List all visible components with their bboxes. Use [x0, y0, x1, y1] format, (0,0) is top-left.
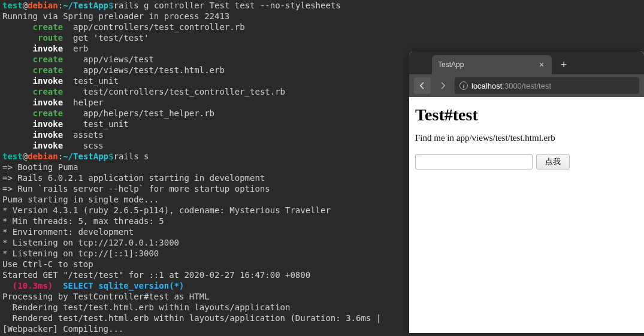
output-line: Running via Spring preloader in process … [2, 11, 229, 21]
prompt-user: test [2, 1, 23, 10]
prompt-path: ~/TestApp [63, 1, 108, 10]
nav-bar: i localhost:3000/test/test [409, 74, 644, 97]
back-button[interactable] [414, 77, 431, 94]
tab-title: TestApp [438, 60, 537, 69]
new-tab-button[interactable]: + [555, 56, 572, 73]
text-input[interactable] [415, 154, 533, 169]
info-icon[interactable]: i [459, 81, 468, 90]
prompt-host: debian [28, 1, 58, 10]
browser-tab[interactable]: TestApp × [432, 55, 552, 74]
submit-button[interactable]: 点我 [536, 154, 570, 169]
query-timing: (10.3ms) [2, 281, 53, 290]
url-hostname: localhost [471, 81, 502, 90]
browser-window: TestApp × + i localhost:3000/test/test T… [409, 52, 644, 333]
command-2: rails s [113, 152, 149, 161]
page-paragraph: Find me in app/views/test/test.html.erb [415, 133, 638, 143]
arrow-left-icon [418, 81, 427, 90]
arrow-right-icon [438, 81, 448, 90]
forward-button [434, 77, 451, 94]
page-content: Test#test Find me in app/views/test/test… [409, 97, 644, 178]
address-bar[interactable]: i localhost:3000/test/test [455, 77, 639, 94]
close-icon[interactable]: × [537, 60, 546, 69]
sql-query: SELECT sqlite_version(*) [53, 281, 184, 290]
command-1: rails g controller Test test --no-styles… [113, 1, 340, 10]
page-heading: Test#test [415, 105, 638, 125]
tab-bar: TestApp × + [409, 52, 644, 74]
